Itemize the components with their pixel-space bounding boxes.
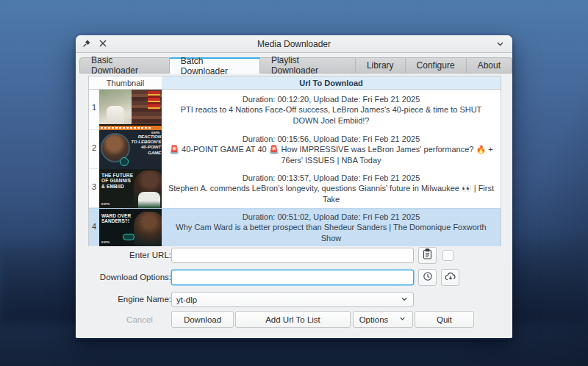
video-thumbnail: WARD OVER SANDERS?! ESPN [99, 209, 162, 246]
quit-button[interactable]: Quit [415, 311, 474, 328]
video-meta: Duration: 00:15:56, Upload Date: Fri Feb… [243, 134, 420, 145]
download-options-input[interactable] [171, 270, 414, 285]
video-title: PTI reacts to 4 Nations Face-Off success… [168, 104, 495, 126]
row-number: 3 [89, 169, 99, 208]
tab-playlist-downloader[interactable]: Playlist Downloader [260, 57, 356, 73]
download-options-label: Download Options: [90, 273, 171, 281]
add-url-to-list-button[interactable]: Add Url To List [235, 311, 351, 328]
cancel-button[interactable]: Cancel [110, 311, 169, 328]
tab-library[interactable]: Library [356, 57, 406, 73]
table-header: Thumbnail Url To Download [89, 76, 501, 90]
row-number: 2 [89, 130, 99, 169]
thumbnail-column-header[interactable]: Thumbnail [89, 76, 162, 89]
close-icon[interactable] [98, 39, 108, 49]
chevron-down-icon [400, 295, 409, 305]
video-info: Duration: 00:13:57, Upload Date: Fri Feb… [162, 169, 501, 208]
url-checkbox[interactable] [442, 250, 453, 261]
clipboard-icon [423, 248, 432, 262]
tab-bar: Basic Downloader Batch Downloader Playli… [79, 57, 512, 73]
chevron-down-icon [398, 315, 406, 324]
video-title: Why Cam Ward is a better prospect than S… [168, 222, 495, 243]
table-row[interactable]: 1 Duration: 00:12:20, Upload Date: Fri F… [89, 90, 501, 130]
pin-icon[interactable] [82, 39, 91, 49]
titlebar[interactable]: Media Downloader [76, 35, 512, 53]
window-title: Media Downloader [76, 39, 512, 49]
row-number: 4 [89, 209, 99, 246]
enter-url-input[interactable] [171, 248, 414, 263]
video-info: Duration: 00:12:20, Upload Date: Fri Feb… [162, 90, 501, 130]
cloud-download-icon [445, 271, 456, 284]
video-info: Duration: 00:15:56, Upload Date: Fri Feb… [162, 130, 501, 169]
tab-configure[interactable]: Configure [406, 57, 467, 73]
video-meta: Duration: 00:51:02, Upload Date: Fri Feb… [243, 212, 420, 223]
video-thumbnail: REACTION TO LEBRON'S 40-POINT GAME ESPN [99, 130, 162, 169]
enter-url-label: Enter URL: [90, 251, 171, 259]
table-row[interactable]: 3 THE FUTURE OF GIANNIS & EMBIID ESPN Du… [89, 169, 501, 208]
url-column-header[interactable]: Url To Download [162, 76, 501, 89]
video-meta: Duration: 00:13:57, Upload Date: Fri Feb… [243, 173, 420, 184]
row-number: 1 [89, 90, 99, 130]
download-button[interactable]: Download [171, 311, 234, 328]
engine-name-label: Engine Name: [90, 295, 171, 304]
engine-name-value: yt-dlp [176, 295, 197, 304]
history-clock-icon [423, 271, 433, 284]
url-table: Thumbnail Url To Download 1 Duration: 00… [88, 76, 501, 246]
video-info: Duration: 00:51:02, Upload Date: Fri Feb… [162, 209, 501, 246]
table-row[interactable]: 2 REACTION TO LEBRON'S 40-POINT GAME ESP… [89, 130, 501, 169]
video-title: Stephen A. commends LeBron's longevity, … [168, 183, 495, 204]
tab-about[interactable]: About [467, 57, 512, 73]
video-title: 🚨 40-POINT GAME AT 40 🚨 How IMPRESSIVE w… [168, 144, 495, 165]
options-button[interactable]: Options [353, 311, 413, 328]
tab-batch-downloader[interactable]: Batch Downloader [170, 57, 260, 73]
media-downloader-window: Media Downloader Basic Downloader Batch … [76, 35, 512, 340]
clipboard-paste-button[interactable] [418, 247, 437, 264]
engine-name-select[interactable]: yt-dlp [171, 292, 414, 307]
video-meta: Duration: 00:12:20, Upload Date: Fri Feb… [243, 94, 420, 105]
table-row-selected[interactable]: 4 WARD OVER SANDERS?! ESPN Duration: 00:… [89, 208, 501, 246]
download-options-cloud-button[interactable] [441, 269, 459, 286]
video-thumbnail: THE FUTURE OF GIANNIS & EMBIID ESPN [99, 169, 162, 208]
tab-basic-downloader[interactable]: Basic Downloader [79, 57, 170, 73]
thumbnail-art [134, 212, 162, 246]
video-thumbnail [99, 90, 162, 130]
chevron-down-icon[interactable] [495, 39, 505, 49]
history-button[interactable] [418, 269, 437, 286]
